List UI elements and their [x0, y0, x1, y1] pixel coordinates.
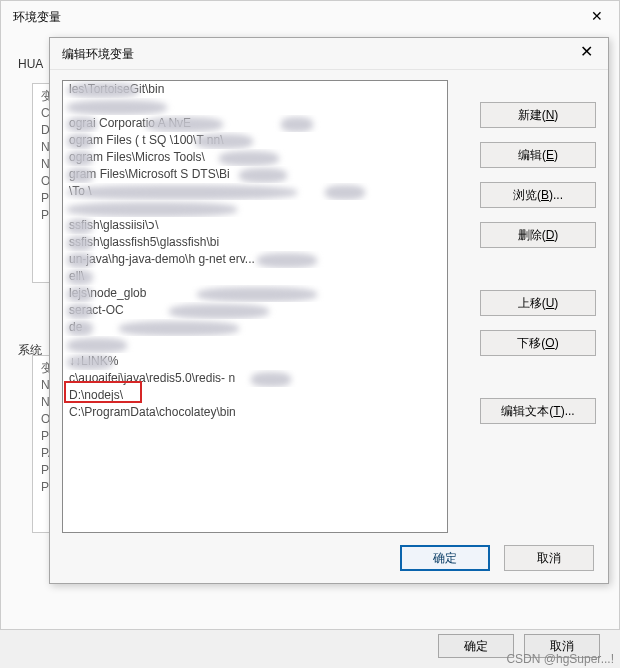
move-up-button[interactable]: 上移(U): [480, 290, 596, 316]
list-item[interactable]: seract-OC: [63, 302, 447, 319]
user-vars-label: HUA: [18, 57, 43, 71]
inner-cancel-button[interactable]: 取消: [504, 545, 594, 571]
list-item[interactable]: ssfish\glassiisi\ɔ\: [63, 217, 447, 234]
edit-button[interactable]: 编辑(E): [480, 142, 596, 168]
list-item[interactable]: lejs\node_glob: [63, 285, 447, 302]
outer-titlebar: 环境变量 ✕: [1, 1, 619, 33]
list-item[interactable]: ssfish\glassfish5\glassfish\bi: [63, 234, 447, 251]
inner-body: les\TortoiseGit\bin ograi Corporatio A N…: [62, 80, 596, 533]
inner-footer: 确定 取消: [400, 545, 594, 571]
inner-close-icon[interactable]: ✕: [564, 38, 608, 70]
edit-env-var-dialog: 编辑环境变量 ✕ les\TortoiseGit\bin ograi Corpo…: [49, 37, 609, 584]
list-item[interactable]: un-java\hg-java-demo\h g-net erv...: [63, 251, 447, 268]
inner-titlebar: 编辑环境变量 ✕: [50, 38, 608, 70]
delete-button[interactable]: 删除(D): [480, 222, 596, 248]
list-item[interactable]: ogram Files\Micros Tools\: [63, 149, 447, 166]
list-item[interactable]: [63, 336, 447, 353]
list-item[interactable]: les\TortoiseGit\bin: [63, 81, 447, 98]
outermost-ok-button[interactable]: 确定: [438, 634, 514, 658]
list-item[interactable]: [63, 98, 447, 115]
list-item[interactable]: de: [63, 319, 447, 336]
list-item[interactable]: ↓↓LINK%: [63, 353, 447, 370]
outer-window-title: 环境变量: [13, 10, 61, 24]
browse-button[interactable]: 浏览(B)...: [480, 182, 596, 208]
list-item[interactable]: \To \: [63, 183, 447, 200]
list-item[interactable]: C:\ProgramData\chocolatey\bin: [63, 404, 447, 421]
highlight-nodejs-entry: [64, 381, 142, 403]
watermark: CSDN @hgSuper...!: [506, 652, 614, 666]
side-button-column: 新建(N) 编辑(E) 浏览(B)... 删除(D) 上移(U) 下移(O) 编…: [480, 102, 596, 424]
move-down-button[interactable]: 下移(O): [480, 330, 596, 356]
list-item[interactable]: [63, 200, 447, 217]
inner-window-title: 编辑环境变量: [62, 47, 134, 61]
new-button[interactable]: 新建(N): [480, 102, 596, 128]
list-item[interactable]: ell\: [63, 268, 447, 285]
edit-text-button[interactable]: 编辑文本(T)...: [480, 398, 596, 424]
list-item[interactable]: gram Files\Microsoft S DTS\Bi: [63, 166, 447, 183]
outer-close-icon[interactable]: ✕: [575, 1, 619, 33]
path-entries-list[interactable]: les\TortoiseGit\bin ograi Corporatio A N…: [62, 80, 448, 533]
list-item[interactable]: ogram Files ( t SQ \100\T nn\: [63, 132, 447, 149]
list-item[interactable]: ograi Corporatio A NvE: [63, 115, 447, 132]
inner-ok-button[interactable]: 确定: [400, 545, 490, 571]
